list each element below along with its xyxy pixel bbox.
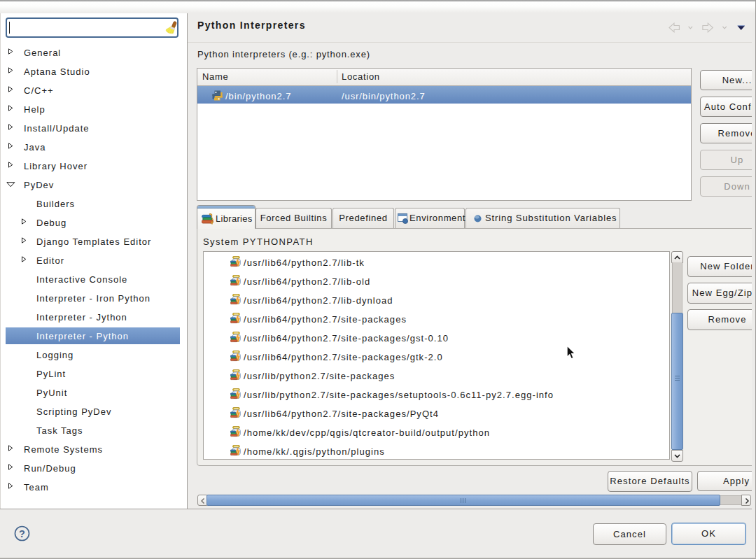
svg-text:?: ?	[19, 528, 25, 539]
